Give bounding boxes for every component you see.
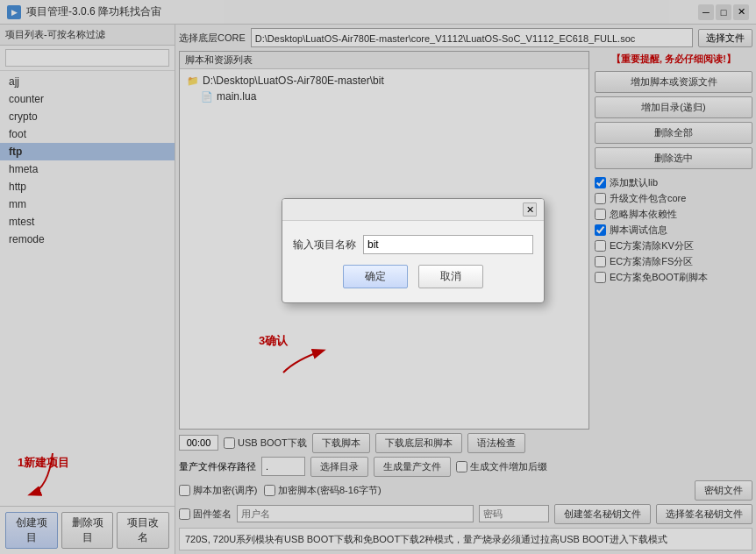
project-name-input[interactable]: bit	[363, 235, 533, 254]
modal-body: 输入项目名称 bit 确定 取消	[282, 221, 544, 302]
modal-close-button[interactable]: ✕	[523, 202, 537, 217]
modal-dialog: ✕ 输入项目名称 bit 确定 取消	[282, 198, 545, 303]
modal-field: 输入项目名称 bit	[293, 235, 533, 254]
modal-ok-button[interactable]: 确定	[343, 265, 408, 288]
modal-titlebar: ✕	[282, 199, 544, 221]
modal-cancel-button[interactable]: 取消	[418, 265, 483, 288]
modal-overlay: ✕ 输入项目名称 bit 确定 取消	[0, 0, 756, 554]
modal-buttons: 确定 取消	[293, 265, 533, 288]
modal-field-label: 输入项目名称	[293, 238, 356, 252]
